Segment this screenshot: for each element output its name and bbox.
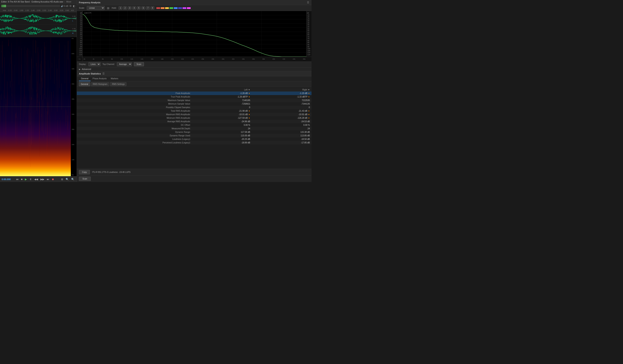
copy-btn[interactable]: Copy xyxy=(79,170,90,174)
db-label-6: -6 dB xyxy=(72,18,76,19)
zoom-out-btn[interactable]: 🔍 xyxy=(71,177,75,181)
db-right-tick: -50 xyxy=(307,28,311,30)
spectrogram-area[interactable]: Hz 84k 42k 40k 38k 34k 30k 20k 10k Hz xyxy=(0,37,77,176)
waveform-track-top[interactable]: 0 dB -6 dB L xyxy=(0,12,77,25)
prev-frame-btn[interactable]: ◀◀ xyxy=(34,177,39,181)
bottom-actions: Copy ITU-R BS.1770-3 Loudness: -19.46 LU… xyxy=(77,169,312,175)
swatch-1[interactable] xyxy=(156,7,160,9)
freq-tick: 12k xyxy=(131,58,133,60)
end-btn[interactable]: ⏭ xyxy=(46,177,50,181)
stat-label: Minimum RMS Amplitude: xyxy=(77,116,192,120)
tab-phase-analysis[interactable]: Phase Analysis xyxy=(90,76,109,81)
rewind-btn[interactable]: ⏮ xyxy=(15,177,19,181)
stat-left: 0 xyxy=(192,106,252,109)
db-tick: -55 xyxy=(77,30,82,32)
stat-label: Loudness (Legacy): xyxy=(77,137,192,141)
hold-btn-4[interactable]: 4 xyxy=(132,6,136,10)
stat-right: 0.00 % xyxy=(252,123,312,127)
zoom-fit-btn[interactable]: ⊞ xyxy=(60,177,64,181)
scale-icon-btn[interactable]: ⊞ xyxy=(107,6,110,10)
db-tick: -15 xyxy=(77,14,82,16)
db-tick: -65 xyxy=(77,34,82,36)
db-right-tick: -60 xyxy=(307,32,311,34)
stats-container[interactable]: Left ▼ Right ▼ Peak Amplitude:-1.26 dB ▼… xyxy=(77,87,312,169)
freq-chart-container: dB -15 -20 -25 -30 -35 -40 -45 -50 -55 -… xyxy=(77,11,312,57)
freq-ticks: 2k 4k 6k 8k 10k 12k 14k 16k 18k 20k 22k … xyxy=(83,58,306,60)
db-tick: -20 xyxy=(77,16,82,18)
freq-menu-btn[interactable]: ☰ xyxy=(307,1,310,4)
time-display: 0:00.000 xyxy=(2,178,14,181)
bottom-scan-row: Scan xyxy=(77,175,312,182)
top-channel-select[interactable]: Average Left Right xyxy=(117,62,132,66)
swatch-8[interactable] xyxy=(187,7,191,9)
stat-right: -1.15 dB ▼ xyxy=(252,91,312,95)
channel-label-l: L xyxy=(72,20,76,21)
hold-btn-7[interactable]: 7 xyxy=(146,6,150,10)
collapse-btn[interactable]: ◧ xyxy=(73,4,75,8)
hold-label: Hold: xyxy=(112,7,116,9)
ruler-mark: 1:40 xyxy=(31,9,35,11)
sub-tab-general[interactable]: General xyxy=(79,82,90,86)
record-btn[interactable]: ⏺ xyxy=(51,177,55,181)
db-tick: -25 xyxy=(77,18,82,20)
stat-right: -126.28 dB ▼ xyxy=(252,116,312,120)
stat-right: -17.85 dB xyxy=(252,141,312,144)
tab-markers-label: Markers xyxy=(111,77,118,80)
swatch-4[interactable] xyxy=(169,7,173,9)
expand-arrow-icon[interactable]: ▶ xyxy=(79,68,81,70)
amplitude-section: Amplitude Statistics ☰ General Phase Ana… xyxy=(77,71,312,182)
next-frame-btn[interactable]: ▶▶ xyxy=(40,177,45,181)
progress-bar-container[interactable] xyxy=(1,5,60,7)
timeline-ruler: rms 0:20 0:40 1:00 1:20 1:40 2:00 2:20 2… xyxy=(0,8,77,12)
scale-select[interactable]: Linear Logarithmic xyxy=(87,6,105,10)
tab-general[interactable]: General xyxy=(79,76,90,81)
stat-label: DC Offset: xyxy=(77,123,192,127)
swatch-2[interactable] xyxy=(161,7,164,9)
ruler-mark: 4:0 xyxy=(71,9,74,11)
table-row: Minimum RMS Amplitude:-127.59 dB ▼-126.2… xyxy=(77,116,312,120)
hold-btn-3[interactable]: 3 xyxy=(128,6,132,10)
stop-btn[interactable]: ■ xyxy=(20,177,23,181)
db-tick: -70 xyxy=(77,36,82,38)
hold-btn-1[interactable]: 1 xyxy=(119,6,122,10)
amplitude-tabs: General Phase Analysis Markers xyxy=(77,76,312,81)
swatch-7[interactable] xyxy=(182,7,186,9)
freq-scan-btn[interactable]: Scan xyxy=(134,62,144,66)
freq-tick: 28k xyxy=(212,58,214,60)
amplitude-scan-btn[interactable]: Scan xyxy=(79,177,91,181)
stat-right: 7222535 xyxy=(252,99,312,102)
hold-btn-8[interactable]: 8 xyxy=(151,6,154,10)
swatch-3[interactable] xyxy=(165,7,169,9)
play-btn[interactable]: ▶ xyxy=(24,177,27,181)
freq-tick: 38k xyxy=(262,58,265,60)
db-tick: -85 xyxy=(77,42,82,43)
stat-label: Perceived Loudness (Legacy): xyxy=(77,141,192,144)
freq-chart[interactable]: Live CTI xyxy=(83,11,306,57)
amplitude-menu-btn[interactable]: ☰ xyxy=(102,72,105,75)
zoom-in-btn[interactable]: 🔍 xyxy=(65,177,69,181)
swatch-6[interactable] xyxy=(178,7,182,9)
swatch-5[interactable] xyxy=(174,7,178,9)
mixer-label: Mixer xyxy=(66,1,71,3)
freq-tick: 24k xyxy=(191,58,194,60)
hold-btn-5[interactable]: 5 xyxy=(137,6,141,10)
sub-tab-rms-histogram[interactable]: RMS Histogram xyxy=(91,82,110,86)
pause-btn[interactable]: ⏸ xyxy=(29,177,32,181)
settings-btn[interactable]: ⚙ xyxy=(69,4,72,8)
ruler-mark: 3:40 xyxy=(66,9,69,11)
amplitude-header: Amplitude Statistics ☰ xyxy=(77,71,312,76)
hold-btn-2[interactable]: 2 xyxy=(123,6,127,10)
table-row: Peak Amplitude:-1.26 dB ▼-1.15 dB ▼ xyxy=(77,91,312,95)
freq-tick: 6k xyxy=(102,58,104,60)
db-tick: -90 xyxy=(77,44,82,46)
freq-tick: 32k xyxy=(232,58,234,60)
tab-markers[interactable]: Markers xyxy=(109,76,120,81)
sub-tab-rms-settings[interactable]: RMS Settings xyxy=(110,82,127,86)
stats-tbody: Peak Amplitude:-1.26 dB ▼-1.15 dB ▼True … xyxy=(77,91,312,144)
waveform-track-bottom[interactable]: 0 dB -6 dB R xyxy=(0,25,77,37)
display-select[interactable]: Lines Bars xyxy=(89,62,101,66)
ruler-mark: 1:20 xyxy=(25,9,29,11)
stat-left: 7140185 xyxy=(192,99,252,102)
col-stat xyxy=(77,88,192,91)
hold-btn-6[interactable]: 6 xyxy=(141,6,145,10)
